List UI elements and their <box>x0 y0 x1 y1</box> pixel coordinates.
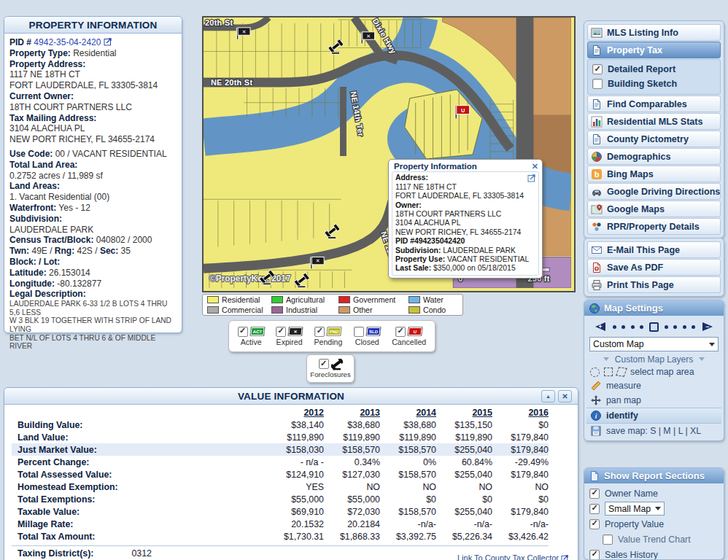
identify-tool-row[interactable]: i identify <box>586 408 721 424</box>
table-row: Total Exemptions:$55,000$55,000$0$0$0 <box>12 493 549 505</box>
zoom-step-dot[interactable] <box>640 325 643 329</box>
map-size-select[interactable]: Small Map <box>605 502 665 516</box>
external-link-icon[interactable] <box>104 37 112 46</box>
field-value: -80.132877 <box>57 279 101 289</box>
section-map-size[interactable]: Small Map <box>586 501 721 516</box>
pid-link[interactable]: 4942-35-04-2420 <box>34 37 101 47</box>
section-sales-history[interactable]: Sales History <box>586 547 721 560</box>
closed-flag-icon: SLD <box>365 327 381 336</box>
cancelled-checkbox[interactable] <box>395 327 406 337</box>
parcel-map[interactable]: NE 20th St NE 14th Ter Dixie Hwy NE 11th… <box>202 16 576 292</box>
field-value: 42S / <box>77 246 98 256</box>
legend-item: Other <box>338 305 408 315</box>
table-row: Total Assessed Value:$124,910$127,030$15… <box>12 468 549 481</box>
nav-google-driving-directions[interactable]: Google Driving Directions <box>587 183 721 200</box>
nav-google-maps[interactable]: Google Maps <box>587 201 721 217</box>
popup-field-label: Last Sale: <box>395 264 431 272</box>
closed-checkbox[interactable] <box>354 327 364 337</box>
select-polygon-icon[interactable] <box>616 367 627 377</box>
nav-bing-maps[interactable]: b Bing Maps <box>587 166 721 182</box>
active-checkbox[interactable] <box>238 327 248 337</box>
select-circle-icon[interactable] <box>590 368 600 377</box>
table-row: Land Value:$119,890$119,890$119,890$119,… <box>12 431 549 443</box>
zoom-step-dot[interactable] <box>621 325 625 329</box>
sales-history-checkbox[interactable] <box>589 550 600 560</box>
save-as-pdf-button[interactable]: Save As PDF <box>587 259 721 276</box>
custom-map-layers-toggle[interactable]: Custom Map Layers <box>586 353 721 365</box>
map-property-popup: Property Information Address: 1117 NE 18… <box>388 159 543 279</box>
nav-mls-listing-info[interactable]: MLS Listing Info <box>587 24 721 41</box>
zoom-in-arrow-icon[interactable]: + <box>591 321 607 332</box>
select-rectangle-icon[interactable] <box>604 368 613 376</box>
filter-cancelled: UCancelled <box>392 327 426 346</box>
zoom-step-dot[interactable] <box>631 325 635 329</box>
owner-name-checkbox[interactable] <box>589 489 600 499</box>
popup-field-value: LAUDERDALE PARK <box>443 246 516 254</box>
zoom-step-dot[interactable] <box>613 325 616 329</box>
section-property-value[interactable]: Property Value <box>586 516 721 532</box>
nav-residential-mls-stats[interactable]: Residential MLS Stats <box>587 113 721 130</box>
legend-swatch <box>338 306 350 314</box>
measure-tool-row[interactable]: measure <box>586 378 721 393</box>
section-value-trend-chart[interactable]: Value Trend Chart <box>586 532 721 547</box>
nav-property-tax[interactable]: Property Tax <box>587 42 721 58</box>
collapse-arrow-icon <box>699 357 705 361</box>
external-link-icon[interactable] <box>527 174 536 182</box>
legend-swatch <box>207 296 219 303</box>
detailed-report-checkbox[interactable] <box>592 64 603 74</box>
value-trend-chart-checkbox[interactable] <box>603 534 613 545</box>
report-page-icon <box>589 470 600 482</box>
zoom-step-dot[interactable] <box>692 325 695 329</box>
building-sketch-checkbox[interactable] <box>592 79 603 89</box>
map-type-select[interactable]: Custom Map <box>589 337 719 351</box>
show-report-sections-header: Show Report Sections <box>584 468 724 483</box>
field-value: 3104 ALACHUA PL <box>9 123 85 133</box>
zoom-current-level[interactable] <box>649 322 659 332</box>
field-label: Current Owner: <box>9 91 74 101</box>
zoom-step-dot[interactable] <box>665 325 668 329</box>
pan-map-row[interactable]: pan map <box>586 393 721 408</box>
show-report-sections-box: Show Report Sections Owner Name Small Ma… <box>584 467 724 560</box>
svg-text:✕: ✕ <box>316 258 320 263</box>
zoom-step-dot[interactable] <box>683 325 686 329</box>
popup-field-label: Property Use: <box>395 255 445 263</box>
info-line: 1. Vacant Residential (00) <box>9 192 177 203</box>
email-this-page-button[interactable]: E-Mail This Page <box>587 241 721 258</box>
collapse-panel-button[interactable] <box>541 390 555 402</box>
expired-checkbox[interactable] <box>276 327 286 337</box>
field-value: LAUDERDALE PARK <box>9 225 93 235</box>
zoom-out-arrow-icon[interactable]: − <box>701 321 717 332</box>
car-icon <box>591 186 603 198</box>
svg-text:+: + <box>598 323 602 330</box>
table-row: Just Market Value:$158,030$158,570$158,5… <box>12 443 549 456</box>
legend-swatch <box>207 306 219 314</box>
close-icon[interactable] <box>532 163 538 171</box>
close-panel-button[interactable] <box>558 390 572 402</box>
property-value-checkbox[interactable] <box>589 519 600 529</box>
subnav-building-sketch[interactable]: Building Sketch <box>592 77 717 91</box>
print-this-page-button[interactable]: Print This Page <box>587 276 721 293</box>
foreclosures-checkbox[interactable] <box>319 359 329 369</box>
info-line: FORT LAUDERDALE, FL 33305-3814 <box>9 80 177 91</box>
nav-county-pictometry[interactable]: County Pictometry <box>587 131 721 147</box>
printer-icon <box>591 279 603 291</box>
field-label: Sec: <box>100 246 118 256</box>
save-map-row[interactable]: save map: S | M | L | XL <box>586 424 721 438</box>
nav-demographics[interactable]: Demographics <box>587 148 721 165</box>
legend-item: Commercial <box>207 305 271 315</box>
county-tax-collector-link[interactable]: Link To County Tax Collector <box>457 553 569 560</box>
nav-find-comparables[interactable]: Find Comparables <box>587 96 721 112</box>
nav-rpr-property-details[interactable]: RPR/Property Details <box>587 218 721 235</box>
subnav-detailed-report[interactable]: Detailed Report <box>592 62 717 77</box>
field-value: 040802 / 2000 <box>96 235 152 245</box>
map-size-checkbox[interactable] <box>589 504 600 514</box>
zoom-step-dot[interactable] <box>673 325 677 329</box>
pending-checkbox[interactable] <box>314 327 325 337</box>
pending-flag-icon: PND <box>327 327 342 336</box>
filter-pending: PNDPending <box>314 327 342 346</box>
pid-line: PID # 4942-35-04-2420 <box>9 37 177 48</box>
active-flag-icon: ACT <box>249 327 265 336</box>
section-owner-name[interactable]: Owner Name <box>586 486 721 501</box>
field-value: FORT LAUDERDALE, FL 33305-3814 <box>9 80 158 90</box>
select-map-area-row[interactable]: select map area <box>586 365 721 378</box>
